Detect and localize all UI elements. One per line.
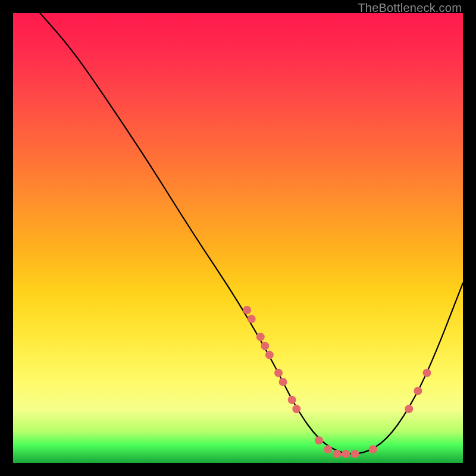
- curve-marker: [369, 445, 377, 453]
- chart-stage: TheBottleneck.com: [0, 0, 476, 476]
- curve-marker: [265, 351, 274, 359]
- bottleneck-curve: [40, 13, 463, 454]
- curve-markers: [243, 306, 431, 458]
- curve-marker: [261, 342, 269, 350]
- curve-marker: [243, 306, 251, 314]
- curve-marker: [279, 378, 287, 386]
- curve-marker: [423, 369, 431, 377]
- curve-marker: [292, 405, 300, 413]
- curve-marker: [315, 436, 323, 444]
- curve-marker: [333, 450, 341, 458]
- curve-marker: [288, 396, 296, 404]
- chart-svg: [13, 13, 463, 463]
- attribution-label: TheBottleneck.com: [358, 1, 462, 15]
- curve-marker: [324, 445, 332, 453]
- curve-marker: [351, 450, 359, 458]
- curve-marker: [256, 333, 265, 341]
- curve-marker: [414, 387, 422, 395]
- curve-marker: [248, 315, 256, 323]
- plot-area: [13, 13, 463, 463]
- curve-marker: [342, 450, 350, 458]
- curve-marker: [274, 369, 283, 377]
- curve-marker: [405, 405, 413, 413]
